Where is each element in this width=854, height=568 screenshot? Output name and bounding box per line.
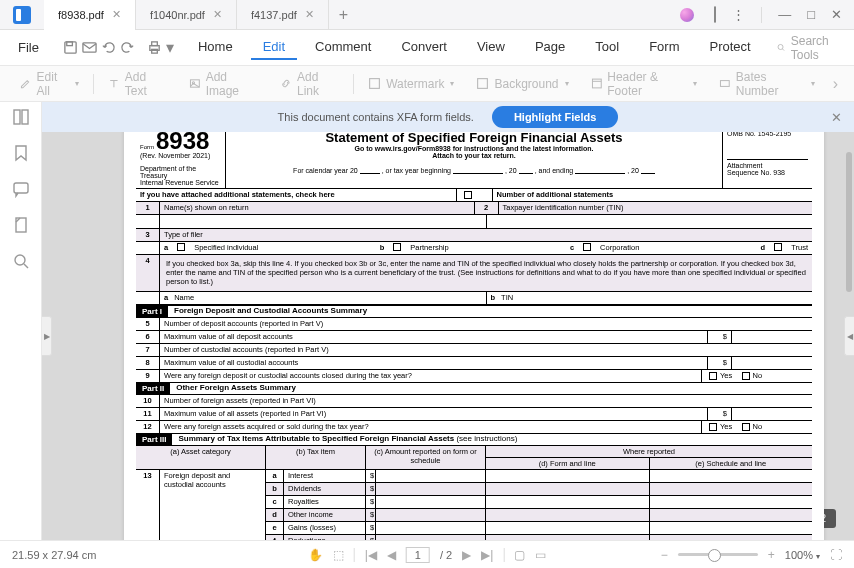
svg-rect-10 bbox=[370, 79, 380, 89]
bates-number-button[interactable]: Bates Number▾ bbox=[709, 66, 825, 102]
last-page-button[interactable]: ▶| bbox=[481, 548, 493, 562]
fit-page-icon[interactable]: ▢ bbox=[514, 548, 525, 562]
zoom-out-button[interactable]: − bbox=[661, 548, 668, 562]
tab-f1040nr[interactable]: f1040nr.pdf ✕ bbox=[136, 0, 237, 30]
save-icon[interactable] bbox=[63, 36, 78, 60]
mail-icon[interactable] bbox=[82, 36, 97, 60]
zoom-slider[interactable] bbox=[678, 553, 758, 556]
svg-point-19 bbox=[15, 255, 25, 265]
first-page-button[interactable]: |◀ bbox=[365, 548, 377, 562]
fullscreen-icon[interactable]: ⛶ bbox=[830, 548, 842, 562]
print-icon[interactable] bbox=[147, 36, 162, 60]
svg-rect-4 bbox=[152, 42, 158, 46]
select-tool-icon[interactable]: ⬚ bbox=[333, 548, 344, 562]
prev-page-button[interactable]: ◀ bbox=[387, 548, 396, 562]
menu-comment[interactable]: Comment bbox=[303, 35, 383, 60]
close-tab-icon[interactable]: ✕ bbox=[112, 8, 121, 21]
menu-form[interactable]: Form bbox=[637, 35, 691, 60]
form-checkbox[interactable] bbox=[177, 243, 185, 251]
background-button[interactable]: Background▾ bbox=[466, 73, 578, 95]
hand-tool-icon[interactable]: ✋ bbox=[308, 548, 323, 562]
edit-all-button[interactable]: Edit All▾ bbox=[10, 66, 89, 102]
attachments-icon[interactable] bbox=[12, 216, 30, 234]
search-icon bbox=[777, 41, 785, 54]
add-tab-button[interactable]: + bbox=[329, 6, 358, 24]
vertical-scrollbar[interactable] bbox=[846, 152, 852, 292]
kebab-menu-icon[interactable]: ⋮ bbox=[732, 7, 745, 22]
expand-left-panel-icon[interactable]: ▶ bbox=[42, 316, 52, 356]
menu-convert[interactable]: Convert bbox=[389, 35, 459, 60]
zoom-in-button[interactable]: + bbox=[768, 548, 775, 562]
tab-label: f1040nr.pdf bbox=[150, 9, 205, 21]
bookmarks-icon[interactable] bbox=[12, 144, 30, 162]
form-checkbox[interactable] bbox=[393, 243, 401, 251]
redo-icon[interactable] bbox=[120, 36, 135, 60]
print-dropdown-icon[interactable]: ▾ bbox=[166, 36, 174, 60]
maximize-button[interactable]: □ bbox=[807, 7, 815, 22]
tab-f4137[interactable]: f4137.pdf ✕ bbox=[237, 0, 329, 30]
window-controls: ⋮ — □ ✕ bbox=[668, 7, 854, 23]
tab-f8938[interactable]: f8938.pdf ✕ bbox=[44, 0, 136, 30]
form-header: Form 8938 (Rev. November 2021) Departmen… bbox=[136, 132, 812, 189]
message-icon[interactable] bbox=[714, 7, 716, 22]
page-dimensions: 21.59 x 27.94 cm bbox=[12, 549, 96, 561]
form-checkbox[interactable] bbox=[583, 243, 591, 251]
svg-rect-12 bbox=[592, 79, 601, 88]
page-current-input[interactable]: 1 bbox=[406, 547, 430, 563]
add-text-button[interactable]: Add Text bbox=[98, 66, 177, 102]
undo-icon[interactable] bbox=[101, 36, 116, 60]
svg-rect-5 bbox=[152, 49, 158, 53]
menu-home[interactable]: Home bbox=[186, 35, 245, 60]
thumbnails-icon[interactable] bbox=[12, 108, 30, 126]
form-checkbox[interactable] bbox=[742, 423, 750, 431]
form-checkbox[interactable] bbox=[709, 423, 717, 431]
status-bar: 21.59 x 27.94 cm ✋ ⬚ |◀ ◀ 1 / 2 ▶ ▶| ▢ ▭… bbox=[0, 540, 854, 568]
svg-rect-14 bbox=[721, 81, 730, 87]
main-menu: Home Edit Comment Convert View Page Tool… bbox=[186, 35, 763, 60]
svg-rect-1 bbox=[67, 42, 73, 46]
toolbar-more-icon[interactable]: › bbox=[827, 75, 844, 93]
document-viewport[interactable]: ▶ ◀ 1 / 2 Form 8938 (Rev. November 2021)… bbox=[42, 132, 854, 540]
menu-protect[interactable]: Protect bbox=[697, 35, 762, 60]
comments-icon[interactable] bbox=[12, 180, 30, 198]
page-total: / 2 bbox=[440, 549, 452, 561]
watermark-button[interactable]: Watermark▾ bbox=[358, 73, 464, 95]
title-bar: f8938.pdf ✕ f1040nr.pdf ✕ f4137.pdf ✕ + … bbox=[0, 0, 854, 30]
close-tab-icon[interactable]: ✕ bbox=[305, 8, 314, 21]
menu-bar: File ▾ Home Edit Comment Convert View Pa… bbox=[0, 30, 854, 66]
highlight-fields-button[interactable]: Highlight Fields bbox=[492, 106, 619, 128]
pdf-page: Form 8938 (Rev. November 2021) Departmen… bbox=[124, 132, 824, 540]
svg-point-6 bbox=[778, 44, 783, 49]
file-menu[interactable]: File bbox=[6, 40, 51, 55]
app-icon[interactable] bbox=[8, 1, 36, 29]
zoom-controls: − + 100% ▾ ⛶ bbox=[661, 548, 842, 562]
expand-right-panel-icon[interactable]: ◀ bbox=[844, 316, 854, 356]
search-panel-icon[interactable] bbox=[12, 252, 30, 270]
edit-toolbar: Edit All▾ Add Text Add Image Add Link Wa… bbox=[0, 66, 854, 102]
search-tools[interactable]: Search Tools bbox=[767, 34, 844, 62]
minimize-button[interactable]: — bbox=[778, 7, 791, 22]
menu-page[interactable]: Page bbox=[523, 35, 577, 60]
tab-strip: f8938.pdf ✕ f1040nr.pdf ✕ f4137.pdf ✕ + bbox=[44, 0, 668, 30]
svg-rect-2 bbox=[83, 43, 96, 52]
menu-tool[interactable]: Tool bbox=[583, 35, 631, 60]
zoom-level[interactable]: 100% ▾ bbox=[785, 549, 820, 561]
next-page-button[interactable]: ▶ bbox=[462, 548, 471, 562]
menu-edit[interactable]: Edit bbox=[251, 35, 297, 60]
add-link-button[interactable]: Add Link bbox=[270, 66, 349, 102]
page-navigation: ✋ ⬚ |◀ ◀ 1 / 2 ▶ ▶| ▢ ▭ bbox=[308, 547, 547, 563]
form-checkbox[interactable] bbox=[742, 372, 750, 380]
add-image-button[interactable]: Add Image bbox=[179, 66, 268, 102]
form-checkbox[interactable] bbox=[464, 191, 472, 199]
close-tab-icon[interactable]: ✕ bbox=[213, 8, 222, 21]
form-checkbox[interactable] bbox=[774, 243, 782, 251]
xfa-message: This document contains XFA form fields. bbox=[278, 111, 474, 123]
close-window-button[interactable]: ✕ bbox=[831, 7, 842, 22]
header-footer-button[interactable]: Header & Footer▾ bbox=[581, 66, 708, 102]
ai-icon[interactable] bbox=[680, 8, 694, 22]
svg-rect-16 bbox=[22, 110, 28, 124]
menu-view[interactable]: View bbox=[465, 35, 517, 60]
form-checkbox[interactable] bbox=[709, 372, 717, 380]
fit-width-icon[interactable]: ▭ bbox=[535, 548, 546, 562]
close-banner-icon[interactable]: ✕ bbox=[831, 110, 842, 125]
